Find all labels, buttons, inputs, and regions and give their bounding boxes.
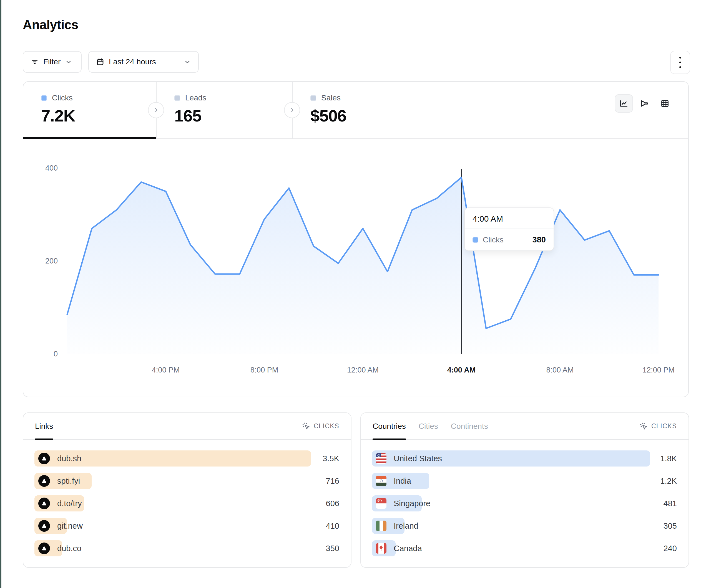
row-label: Ireland xyxy=(394,521,418,530)
stat-switch-button[interactable] xyxy=(148,102,164,118)
row-label: United States xyxy=(394,454,442,463)
flag-icon-ca xyxy=(376,543,386,553)
links-panel: Links CLICKS dub.sh3.5Kspti.fyi716d.to/t… xyxy=(23,412,351,568)
page-title: Analytics xyxy=(23,17,78,32)
links-panel-header: Links CLICKS xyxy=(23,413,351,440)
cursor-click-icon xyxy=(640,422,648,430)
view-toggle-table[interactable] xyxy=(656,94,674,113)
row-content: India xyxy=(376,473,411,489)
analytics-page: Analytics Filter Last 24 hours xyxy=(0,0,711,588)
x-axis-tick: 12:00 AM xyxy=(347,366,379,374)
chevron-down-icon xyxy=(184,58,191,65)
stat-label: Sales xyxy=(321,93,341,103)
row-content: United States xyxy=(376,450,442,467)
dub-logo-icon xyxy=(38,520,50,532)
cursor-click-icon xyxy=(302,422,310,430)
date-range-button[interactable]: Last 24 hours xyxy=(88,51,199,73)
flag-icon-sg xyxy=(376,498,386,509)
row-value: 350 xyxy=(326,540,339,557)
filter-icon xyxy=(30,58,39,66)
country-row[interactable]: United States1.8K xyxy=(372,450,677,467)
row-content: Canada xyxy=(376,540,422,557)
sales-legend-chip xyxy=(310,95,316,101)
tooltip-time: 4:00 AM xyxy=(465,208,554,229)
stat-value: 7.2K xyxy=(41,106,156,126)
chart-tooltip: 4:00 AM Clicks 380 xyxy=(464,207,554,251)
row-label: Canada xyxy=(394,544,422,553)
flag-icon-in xyxy=(376,476,386,486)
row-label: India xyxy=(394,476,411,485)
clicks-legend-chip xyxy=(41,95,47,101)
clicks-area-chart[interactable]: 40020004:00 PM8:00 PM12:00 AM4:00 AM8:00… xyxy=(42,154,680,384)
metric-label: CLICKS xyxy=(651,423,677,430)
filter-button-label: Filter xyxy=(43,58,61,66)
country-row[interactable]: Ireland305 xyxy=(372,518,677,534)
row-content: git.new xyxy=(38,518,83,534)
stat-value: 165 xyxy=(174,106,292,126)
row-content: Ireland xyxy=(376,518,418,534)
stat-tab-clicks[interactable]: Clicks 7.2K xyxy=(23,81,156,138)
line-chart-icon xyxy=(619,99,628,108)
y-axis-tick: 200 xyxy=(45,257,58,265)
more-options-button[interactable] xyxy=(670,51,690,74)
stat-tab-leads[interactable]: Leads 165 xyxy=(156,81,292,138)
x-axis-tick: 12:00 PM xyxy=(642,366,675,374)
row-value: 1.8K xyxy=(660,450,677,467)
tab-continents[interactable]: Continents xyxy=(451,413,488,439)
x-axis-tick: 4:00 PM xyxy=(152,366,180,374)
row-value: 410 xyxy=(326,518,339,534)
link-row[interactable]: dub.sh3.5K xyxy=(35,450,339,467)
flag-icon-us xyxy=(376,453,386,464)
metric-label: CLICKS xyxy=(314,423,339,430)
row-value: 3.5K xyxy=(323,450,339,467)
tab-countries[interactable]: Countries xyxy=(372,413,406,439)
countries-panel: Countries Cities Continents CLICKS Unite… xyxy=(360,412,689,568)
tab-links[interactable]: Links xyxy=(35,413,53,439)
tooltip-value: 380 xyxy=(533,235,546,244)
row-content: spti.fyi xyxy=(38,473,80,489)
tooltip-legend-chip xyxy=(473,237,478,243)
link-row[interactable]: dub.co350 xyxy=(35,540,339,557)
row-value: 716 xyxy=(326,473,339,489)
row-value: 240 xyxy=(664,540,677,557)
row-content: Singapore xyxy=(376,495,430,512)
link-row[interactable]: git.new410 xyxy=(35,518,339,534)
dub-logo-icon xyxy=(38,498,50,509)
countries-panel-header: Countries Cities Continents CLICKS xyxy=(361,413,689,440)
countries-metric-header[interactable]: CLICKS xyxy=(640,422,677,430)
country-row[interactable]: Singapore481 xyxy=(372,495,677,512)
row-value: 481 xyxy=(664,495,677,512)
row-label: d.to/try xyxy=(57,499,82,508)
row-label: spti.fyi xyxy=(57,476,80,485)
country-row[interactable]: Canada240 xyxy=(372,540,677,557)
row-value: 1.2K xyxy=(660,473,677,489)
row-label: dub.co xyxy=(57,544,81,553)
x-axis-tick: 8:00 AM xyxy=(546,366,574,374)
x-axis-tick: 4:00 AM xyxy=(447,366,476,374)
flag-icon-ie xyxy=(376,521,386,531)
row-label: Singapore xyxy=(394,499,430,508)
x-axis-tick: 8:00 PM xyxy=(251,366,278,374)
dub-logo-icon xyxy=(38,453,50,464)
dub-logo-icon xyxy=(38,543,50,554)
table-grid-icon xyxy=(660,99,670,108)
countries-rows: United States1.8KIndia1.2KSingapore481Ir… xyxy=(372,450,677,563)
row-label: dub.sh xyxy=(57,454,81,463)
tab-cities[interactable]: Cities xyxy=(419,413,438,439)
window-edge-stripe xyxy=(0,0,1,588)
row-content: dub.co xyxy=(38,540,81,557)
filter-button[interactable]: Filter xyxy=(23,51,82,73)
view-toggle-funnel[interactable] xyxy=(635,94,653,113)
link-row[interactable]: spti.fyi716 xyxy=(35,473,339,489)
link-row[interactable]: d.to/try606 xyxy=(35,495,339,512)
stat-tab-sales[interactable]: Sales $506 xyxy=(292,81,428,138)
stat-label: Leads xyxy=(185,93,206,103)
country-row[interactable]: India1.2K xyxy=(372,473,677,489)
stat-value: $506 xyxy=(310,106,428,126)
view-toggle-line-chart[interactable] xyxy=(615,94,633,113)
row-label: git.new xyxy=(57,521,83,530)
links-metric-header[interactable]: CLICKS xyxy=(302,422,339,430)
stat-switch-button[interactable] xyxy=(284,102,300,118)
row-content: d.to/try xyxy=(38,495,82,512)
row-value: 606 xyxy=(326,495,339,512)
